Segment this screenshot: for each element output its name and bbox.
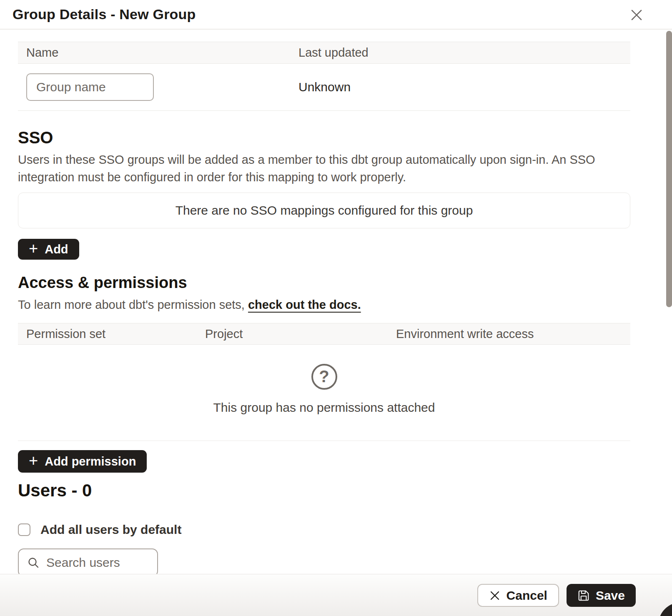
close-icon [629, 8, 644, 23]
help-circle-icon: ? [311, 364, 337, 390]
users-heading: Users - 0 [18, 480, 630, 501]
plus-icon: + [29, 240, 38, 256]
permissions-table: Permission set Project Environment write… [18, 323, 630, 441]
sso-empty-message: There are no SSO mappings configured for… [176, 203, 473, 218]
docs-text: To learn more about dbt's permission set… [18, 298, 245, 311]
add-sso-mapping-button[interactable]: + Add [18, 239, 79, 260]
sso-heading: SSO [18, 128, 630, 148]
save-button[interactable]: Save [567, 584, 636, 607]
cancel-button-label: Cancel [507, 588, 547, 603]
name-column-header: Name [26, 46, 298, 60]
environment-write-access-column-header: Environment write access [396, 327, 534, 341]
plus-icon: + [29, 453, 38, 468]
add-sso-button-label: Add [45, 243, 68, 256]
last-updated-column-header: Last updated [298, 46, 369, 60]
add-all-users-checkbox[interactable] [18, 523, 30, 536]
permission-set-column-header: Permission set [26, 327, 205, 341]
last-updated-value: Unknown [298, 80, 351, 94]
scrollbar-thumb[interactable] [666, 31, 672, 307]
add-all-users-label: Add all users by default [40, 523, 181, 537]
table-row: Unknown [18, 64, 630, 111]
docs-link[interactable]: check out the docs. [248, 298, 361, 311]
sso-description: Users in these SSO groups will be added … [18, 151, 629, 186]
search-users-input[interactable] [46, 556, 150, 570]
save-icon [577, 589, 590, 602]
permissions-empty-message: This group has no permissions attached [18, 401, 630, 415]
name-table-header: Name Last updated [18, 42, 630, 64]
group-name-input[interactable] [26, 73, 154, 101]
permissions-table-header: Permission set Project Environment write… [18, 323, 630, 345]
search-users-field [18, 548, 158, 577]
modal-title: Group Details - New Group [13, 6, 196, 23]
permissions-heading: Access & permissions [18, 273, 630, 292]
modal-footer: Cancel Save [0, 574, 672, 616]
permissions-docs-line: To learn more about dbt's permission set… [18, 296, 630, 313]
close-button[interactable] [626, 5, 647, 25]
project-column-header: Project [205, 327, 396, 341]
add-permission-button-label: Add permission [45, 455, 136, 468]
permissions-empty-state: ? This group has no permissions attached [18, 345, 630, 441]
cancel-button[interactable]: Cancel [477, 584, 559, 607]
group-name-table: Name Last updated Unknown [18, 42, 630, 111]
add-all-users-row: Add all users by default [18, 523, 630, 537]
group-details-modal: Group Details - New Group Name Last upda… [0, 0, 672, 616]
search-icon [27, 556, 40, 569]
modal-header: Group Details - New Group [0, 0, 672, 30]
cancel-x-icon [489, 590, 501, 601]
modal-content: Name Last updated Unknown SSO Users in t… [0, 42, 672, 577]
save-button-label: Save [596, 588, 625, 603]
add-permission-button[interactable]: + Add permission [18, 450, 147, 473]
sso-empty-state: There are no SSO mappings configured for… [18, 193, 630, 228]
